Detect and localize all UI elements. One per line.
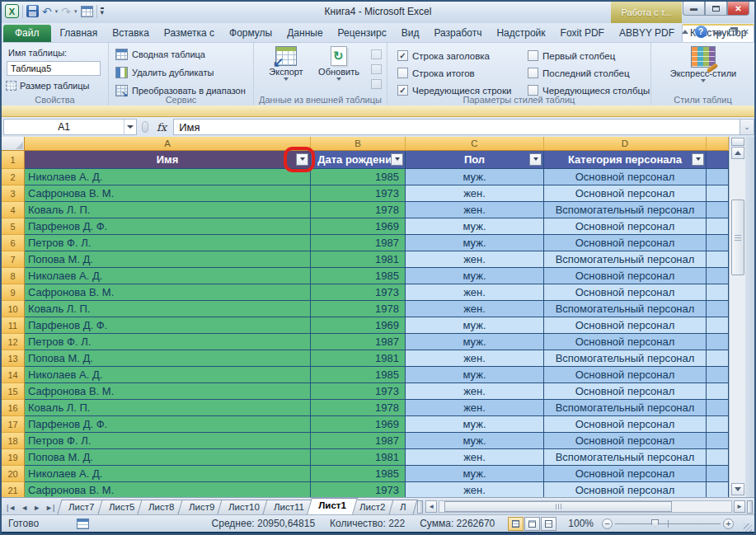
sheet-tab-лист1[interactable]: Лист1 [307,498,357,514]
help-icon[interactable]: ? [695,26,707,38]
tab-splitter[interactable] [417,500,423,514]
header-cell-2[interactable]: Дата рождения [311,151,406,169]
name-box-dropdown[interactable] [124,120,136,134]
row-header-16[interactable]: 16 [2,400,25,416]
cell-partial[interactable] [707,169,729,185]
row-header-20[interactable]: 20 [2,466,25,482]
cell-category[interactable]: Вспомогательный персонал [544,400,707,416]
cell-gender[interactable]: муж. [406,268,544,284]
ribbon-tab-рецензирс[interactable]: Рецензирс [331,25,394,42]
row-header-12[interactable]: 12 [2,334,25,350]
zoom-track[interactable] [615,523,721,524]
cell-partial[interactable] [707,251,729,268]
unlink-icon[interactable] [371,79,382,89]
cell-name[interactable]: Сафронова В. М. [25,383,311,400]
row-header-10[interactable]: 10 [2,301,25,317]
zoom-thumb[interactable] [651,519,659,528]
cell-partial[interactable] [707,433,729,449]
cell-gender[interactable]: жен. [406,185,544,202]
cell-year[interactable]: 1985 [311,466,406,482]
formula-bar-splitter[interactable] [142,121,148,133]
cell-year[interactable]: 1973 [311,284,406,301]
column-header-C[interactable]: C [406,137,544,151]
cell-category[interactable]: Основной персонал [544,466,707,482]
split-handle[interactable] [731,138,744,146]
page-layout-view-button[interactable] [524,517,540,531]
service-button-2[interactable]: Удалить дубликаты [115,67,214,78]
hscroll-right-button[interactable]: ► [734,500,745,513]
cell-partial[interactable] [707,317,729,334]
properties-icon[interactable] [371,49,382,59]
cell-name[interactable]: Николаев А. Д. [25,466,311,482]
ribbon-tab-главная[interactable]: Главная [53,25,106,42]
style-option-строка-итогов[interactable]: Строка итогов [397,68,528,78]
checkbox-icon[interactable]: ✓ [397,50,408,61]
select-all-corner[interactable] [2,137,25,151]
cell-category[interactable]: Вспомогательный персонал [544,301,707,317]
cell-gender[interactable]: муж. [406,235,544,251]
cell-name[interactable]: Петров Ф. Л. [25,433,311,449]
ribbon-tab-разработч[interactable]: Разработч [426,25,489,42]
row-header-1[interactable]: 1 [2,151,25,169]
cell-name[interactable]: Сафронова В. М. [25,284,311,301]
workbook-minimize-icon[interactable]: ▬ [714,27,722,36]
cell-category[interactable]: Вспомогательный персонал [544,251,707,268]
sheet-tab-л[interactable]: Л [388,500,417,514]
cell-category[interactable]: Вспомогательный персонал [544,202,707,218]
cell-category[interactable]: Вспомогательный персонал [544,449,707,466]
row-header-5[interactable]: 5 [2,218,25,235]
cell-category[interactable]: Основной персонал [544,284,707,301]
cell-year[interactable]: 1981 [311,350,406,367]
header-cell-3[interactable]: Пол [406,151,544,169]
row-header-18[interactable]: 18 [2,433,25,449]
ribbon-tab-вставка[interactable]: Вставка [105,25,157,42]
style-option-строка-заголовка[interactable]: ✓Строка заголовка [397,50,528,61]
cell-gender[interactable]: жен. [406,400,544,416]
cell-partial[interactable] [707,482,729,497]
row-header-19[interactable]: 19 [2,449,25,466]
cell-gender[interactable]: жен. [406,482,544,497]
prev-sheet-icon[interactable]: ◄ [19,504,30,512]
cell-name[interactable]: Парфенов Д. Ф. [25,416,311,433]
row-header-17[interactable]: 17 [2,416,25,433]
workbook-close-icon[interactable]: ✕ [743,27,749,36]
vertical-scrollbar[interactable] [729,137,745,497]
cell-year[interactable]: 1987 [311,235,406,251]
column-header-partial[interactable] [707,137,729,151]
filter-button-column-4[interactable] [692,153,704,166]
column-header-D[interactable]: D [544,137,707,151]
cell-gender[interactable]: муж. [406,334,544,350]
cell-year[interactable]: 1973 [311,383,406,400]
minimize-button[interactable]: ▬ [683,2,705,16]
hscroll-left-button[interactable]: ◄ [425,500,437,513]
cell-category[interactable]: Основной персонал [544,235,707,251]
header-cell-1[interactable]: Имя [25,151,311,169]
cell-partial[interactable] [707,284,729,301]
cell-category[interactable]: Основной персонал [544,218,707,235]
cell-name[interactable]: Петров Ф. Л. [25,334,311,350]
column-header-B[interactable]: B [311,137,406,151]
cell-gender[interactable]: жен. [406,301,544,317]
cell-partial[interactable] [707,350,729,367]
row-header-8[interactable]: 8 [2,268,25,284]
next-sheet-icon[interactable]: ► [31,504,42,512]
checkbox-icon[interactable] [397,68,408,78]
horizontal-scrollbar[interactable] [439,500,732,513]
zoom-level[interactable]: 100% [568,518,594,529]
ribbon-tab-надстройк[interactable]: Надстройк [489,25,552,42]
row-header-9[interactable]: 9 [2,284,25,301]
cell-partial[interactable] [707,235,729,251]
cell-gender[interactable]: муж. [406,317,544,334]
name-box[interactable]: A1 [3,119,137,135]
cell-partial[interactable] [707,185,729,202]
scroll-down-button[interactable] [731,483,744,495]
cell-partial[interactable] [707,268,729,284]
cell-category[interactable]: Основной персонал [544,383,707,400]
ribbon-tab-вид[interactable]: Вид [394,25,427,42]
cell-gender[interactable]: муж. [406,218,544,235]
cell-name[interactable]: Коваль Л. П. [25,301,311,317]
workbook-restore-icon[interactable] [729,29,736,35]
macro-record-icon[interactable] [77,519,89,529]
last-sheet-icon[interactable]: ►| [44,504,56,512]
cell-name[interactable]: Николаев А. Д. [25,367,311,383]
